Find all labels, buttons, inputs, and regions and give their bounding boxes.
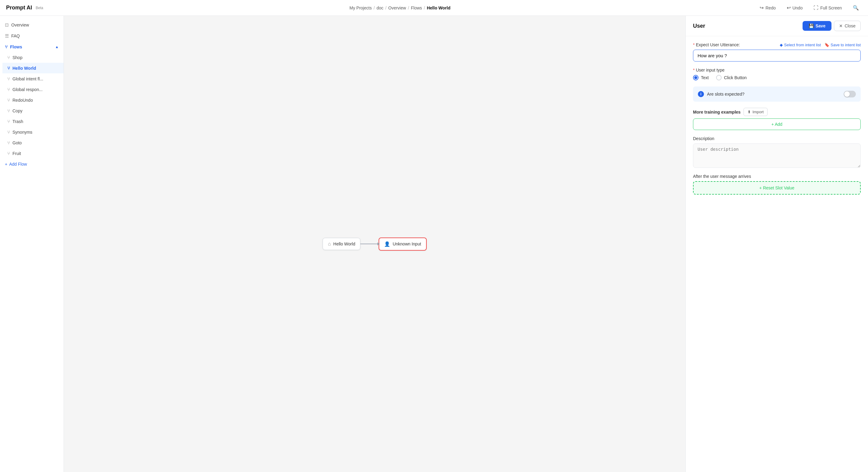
save-icon: 💾 bbox=[809, 24, 814, 28]
flow-icon-active: ⑂ bbox=[7, 65, 10, 71]
description-textarea[interactable] bbox=[693, 143, 861, 168]
right-panel: User 💾 Save ✕ Close * Expect User Uttera… bbox=[685, 16, 868, 472]
toggle-knob bbox=[844, 91, 850, 97]
app-beta: Beta bbox=[36, 6, 43, 10]
intent-links: ◆ Select from intent list 🔖 Save to inte… bbox=[780, 42, 861, 47]
sidebar-item-shop[interactable]: ⑂ Shop bbox=[2, 52, 64, 63]
flow-icon: ⑂ bbox=[7, 55, 10, 60]
add-example-button[interactable]: + Add bbox=[693, 118, 861, 130]
toolbar-actions: ↪ Redo ↩ Undo ⛶ Full Screen 🔍 bbox=[756, 3, 862, 12]
sidebar-item-trash[interactable]: ⑂ Trash bbox=[2, 116, 64, 127]
fullscreen-button[interactable]: ⛶ Full Screen bbox=[810, 3, 845, 12]
breadcrumb-doc[interactable]: doc bbox=[376, 5, 383, 10]
description-field: Description bbox=[693, 136, 861, 168]
upload-icon: ⬆ bbox=[747, 110, 751, 114]
flow-icon-9: ⑂ bbox=[7, 151, 10, 156]
bookmark-icon: 🔖 bbox=[825, 42, 829, 47]
close-icon: ✕ bbox=[839, 24, 843, 28]
utterance-label: * Expect User Utterance: ◆ Select from i… bbox=[693, 42, 861, 47]
flow-icon-5: ⑂ bbox=[7, 108, 10, 113]
home-icon: ⌂ bbox=[328, 241, 331, 247]
after-message-label: After the user message arrives bbox=[693, 174, 861, 179]
radio-click-dot bbox=[716, 75, 722, 80]
panel-title: User bbox=[693, 23, 705, 29]
flow-icon-7: ⑂ bbox=[7, 129, 10, 135]
sidebar-item-synonyms[interactable]: ⑂ Synonyms bbox=[2, 127, 64, 137]
breadcrumb-flows[interactable]: Flows bbox=[411, 5, 422, 10]
diamond-icon: ◆ bbox=[780, 42, 783, 47]
breadcrumb: My Projects / doc / Overview / Flows / H… bbox=[349, 5, 451, 10]
undo-icon: ↩ bbox=[787, 5, 791, 11]
import-button[interactable]: ⬆ Import bbox=[744, 108, 768, 116]
sidebar-flows-list: ⑂ Shop ⑂ Hello World ⑂ Global intent fl.… bbox=[0, 52, 64, 159]
flow-connector bbox=[360, 244, 379, 244]
required-marker-2: * bbox=[693, 68, 694, 72]
slots-toggle[interactable] bbox=[844, 91, 856, 97]
flow-nodes-container: ⌂ Hello World 👤 Unknown Input bbox=[322, 238, 426, 250]
panel-header-buttons: 💾 Save ✕ Close bbox=[803, 21, 861, 31]
info-icon: i bbox=[698, 91, 704, 97]
radio-text-dot bbox=[693, 75, 699, 80]
save-button[interactable]: 💾 Save bbox=[803, 21, 832, 31]
add-flow-button[interactable]: + Add Flow bbox=[0, 159, 64, 170]
utterance-input[interactable] bbox=[693, 50, 861, 61]
description-label: Description bbox=[693, 136, 861, 141]
user-icon: 👤 bbox=[384, 241, 390, 247]
sidebar: ⊡ Overview ☰ FAQ ⑂ Flows ▲ ⑂ Shop ⑂ Hell… bbox=[0, 16, 64, 472]
redo-icon: ↪ bbox=[760, 5, 764, 11]
sidebar-item-goto[interactable]: ⑂ Goto bbox=[2, 137, 64, 148]
breadcrumb-current: Hello World bbox=[427, 5, 451, 10]
required-marker: * bbox=[693, 42, 694, 47]
topbar: Prompt AI Beta My Projects / doc / Overv… bbox=[0, 0, 868, 16]
radio-click-button[interactable]: Click Button bbox=[716, 75, 747, 80]
flow-icon-6: ⑂ bbox=[7, 119, 10, 124]
sidebar-item-hello-world[interactable]: ⑂ Hello World bbox=[2, 63, 64, 73]
chevron-up-icon: ▲ bbox=[55, 45, 59, 49]
app-branding: Prompt AI Beta bbox=[6, 5, 43, 11]
flow-canvas: ⌂ Hello World 👤 Unknown Input bbox=[64, 16, 685, 472]
save-to-intent-button[interactable]: 🔖 Save to intent list bbox=[825, 42, 861, 47]
sidebar-item-global-response[interactable]: ⑂ Global respon... bbox=[2, 84, 64, 95]
breadcrumb-my-projects[interactable]: My Projects bbox=[349, 5, 372, 10]
sidebar-flows-section[interactable]: ⑂ Flows ▲ bbox=[0, 41, 64, 52]
radio-text[interactable]: Text bbox=[693, 75, 709, 80]
zoom-icon: 🔍 bbox=[853, 5, 859, 11]
input-type-field: * User input type Text Click Button bbox=[693, 68, 861, 80]
unknown-input-node[interactable]: 👤 Unknown Input bbox=[379, 238, 426, 250]
input-type-label: * User input type bbox=[693, 68, 861, 72]
overview-icon: ⊡ bbox=[5, 22, 9, 28]
training-examples-section: More training examples ⬆ Import + Add bbox=[693, 108, 861, 130]
utterance-field: * Expect User Utterance: ◆ Select from i… bbox=[693, 42, 861, 61]
training-header: More training examples ⬆ Import bbox=[693, 108, 861, 116]
redo-button[interactable]: ↪ Redo bbox=[756, 3, 778, 12]
fullscreen-icon: ⛶ bbox=[813, 5, 818, 11]
slots-row: i Are slots expected? bbox=[693, 87, 861, 102]
reset-slot-button[interactable]: + Reset Slot Value bbox=[693, 181, 861, 195]
after-message-section: After the user message arrives + Reset S… bbox=[693, 174, 861, 195]
plus-icon: + bbox=[5, 162, 7, 167]
flow-icon-2: ⑂ bbox=[7, 76, 10, 81]
sidebar-item-copy[interactable]: ⑂ Copy bbox=[2, 106, 64, 116]
panel-body: * Expect User Utterance: ◆ Select from i… bbox=[686, 36, 868, 472]
hello-world-node[interactable]: ⌂ Hello World bbox=[322, 238, 360, 250]
sidebar-item-fruit[interactable]: ⑂ Fruit bbox=[2, 148, 64, 159]
flow-icon-8: ⑂ bbox=[7, 140, 10, 145]
flow-icon-3: ⑂ bbox=[7, 87, 10, 92]
zoom-button[interactable]: 🔍 bbox=[850, 3, 862, 12]
input-type-radio-group: Text Click Button bbox=[693, 75, 861, 80]
canvas-inner: ⌂ Hello World 👤 Unknown Input bbox=[64, 16, 685, 472]
select-from-intent-button[interactable]: ◆ Select from intent list bbox=[780, 42, 821, 47]
flow-icon-4: ⑂ bbox=[7, 97, 10, 102]
main-layout: ⊡ Overview ☰ FAQ ⑂ Flows ▲ ⑂ Shop ⑂ Hell… bbox=[0, 16, 868, 472]
close-button[interactable]: ✕ Close bbox=[834, 21, 861, 31]
undo-button[interactable]: ↩ Undo bbox=[784, 3, 806, 12]
breadcrumb-overview[interactable]: Overview bbox=[389, 5, 406, 10]
sidebar-item-overview[interactable]: ⊡ Overview bbox=[0, 20, 64, 30]
sidebar-item-redo-undo[interactable]: ⑂ RedoUndo bbox=[2, 95, 64, 106]
flows-icon: ⑂ bbox=[5, 44, 8, 49]
app-title: Prompt AI bbox=[6, 5, 32, 11]
sidebar-item-faq[interactable]: ☰ FAQ bbox=[0, 30, 64, 41]
panel-header: User 💾 Save ✕ Close bbox=[686, 16, 868, 36]
faq-icon: ☰ bbox=[5, 33, 9, 39]
sidebar-item-global-intent[interactable]: ⑂ Global intent fl... bbox=[2, 73, 64, 84]
